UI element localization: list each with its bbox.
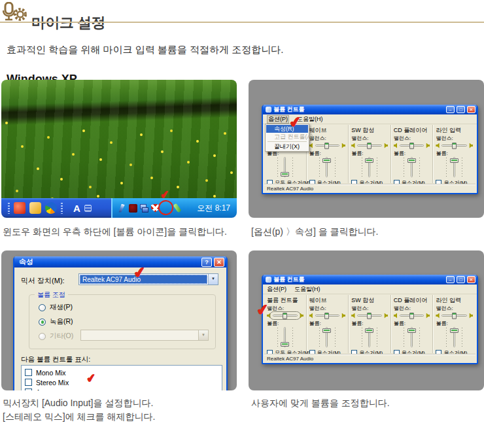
tray-network-icon[interactable] (140, 204, 148, 213)
volume-slider[interactable] (267, 157, 303, 177)
list-item-mono-mix[interactable]: Mono Mix (25, 368, 218, 377)
radio-selected-icon[interactable] (39, 319, 46, 326)
list-item-aux[interactable]: Aux (25, 387, 218, 390)
annotation-circle (158, 200, 173, 215)
menu-options[interactable]: 옵션(P) (267, 115, 289, 124)
screenshot-volume-adjust: 볼륨 컨트롤 – □ ✕ 옵션(P) 도움말(H) 볼륨 컨트롤밸런스:볼륨:모… (249, 250, 484, 390)
volume-slider[interactable] (267, 327, 303, 347)
step-caption-1: 윈도우 화면의 우측 하단에 [볼륨 아이콘]을 클릭합니다. (3, 225, 227, 239)
tray-pen-icon[interactable] (173, 203, 182, 213)
balance-slider-thumb[interactable] (367, 143, 372, 149)
list-item-label: Aux (36, 388, 48, 391)
volume-slider-thumb[interactable] (365, 158, 373, 163)
balance-slider[interactable] (441, 315, 467, 317)
balance-slider[interactable] (357, 145, 382, 146)
balance-slider[interactable] (400, 145, 424, 146)
volume-control-window: 볼륨 컨트롤 – □ ✕ 옵션(P) 도움말(H) 볼륨 컨트롤밸런스:볼륨:모… (262, 105, 478, 194)
balance-slider-thumb[interactable] (409, 313, 414, 319)
balance-slider-thumb[interactable] (367, 313, 372, 319)
balance-slider[interactable] (315, 145, 340, 146)
volume-slider-thumb[interactable] (322, 328, 331, 333)
volume-slider-thumb[interactable] (450, 158, 458, 163)
balance-slider-thumb[interactable] (324, 313, 329, 319)
volume-slider-thumb[interactable] (407, 158, 416, 163)
menu-item-exit[interactable]: 끝내기(X) (266, 143, 308, 150)
menu-help[interactable]: 도움말(H) (294, 285, 320, 294)
speaker-low-icon (351, 313, 356, 319)
language-bar-grip[interactable] (61, 203, 63, 214)
mixer-columns: 볼륨 컨트롤밸런스:볼륨:모두 음소거(M)웨이브밸런스:볼륨:음소거(M)SW… (264, 295, 475, 353)
volume-slider-thumb[interactable] (365, 328, 373, 333)
other-device-select-disabled: ▼ (80, 330, 209, 341)
mixer-device-select[interactable]: Realtek AC97 Audio ▼ (78, 273, 218, 285)
menu-separator (268, 141, 307, 142)
volume-slider[interactable] (309, 327, 346, 347)
volume-slider-thumb[interactable] (281, 342, 289, 347)
channel-label: SW 합성 (351, 296, 388, 305)
language-indicator[interactable]: A (73, 203, 80, 214)
minimize-button[interactable]: – (446, 276, 455, 283)
close-button[interactable]: ✕ (214, 258, 224, 267)
checkbox-icon[interactable] (25, 379, 32, 386)
window-titlebar[interactable]: 볼륨 컨트롤 – □ ✕ (263, 275, 477, 284)
volume-slider[interactable] (394, 327, 430, 347)
volume-slider[interactable] (436, 327, 473, 347)
taskbar-clock[interactable]: 오전 8:17 (197, 203, 233, 214)
volume-slider[interactable] (436, 157, 473, 177)
minimize-button[interactable]: – (446, 106, 455, 113)
help-button[interactable]: ? (201, 258, 212, 267)
media-player-icon[interactable] (45, 202, 57, 214)
quicklaunch-grip[interactable] (8, 203, 10, 214)
volume-slider[interactable] (351, 327, 388, 347)
balance-slider[interactable] (357, 315, 382, 317)
checkbox-icon[interactable] (25, 369, 32, 376)
speaker-high-icon (383, 143, 388, 148)
balance-slider-thumb[interactable] (452, 143, 457, 149)
quicklaunch-icon-1[interactable] (14, 202, 26, 214)
header-divider (0, 22, 484, 23)
volume-label: 볼륨: (394, 150, 430, 156)
volume-slider-thumb[interactable] (407, 328, 416, 333)
volume-label: 볼륨: (309, 320, 346, 326)
close-button[interactable]: ✕ (467, 276, 475, 283)
balance-slider[interactable] (441, 145, 467, 146)
volume-slider-thumb[interactable] (322, 158, 331, 163)
balance-slider-thumb[interactable] (452, 313, 457, 319)
ime-options-icon[interactable] (84, 205, 92, 212)
group-label: 볼륨 조절 (35, 290, 68, 300)
properties-dialog: 속성 ? ✕ 믹서 장치(M): Realtek AC97 Audio ▼ ✔ … (13, 256, 228, 390)
maximize-button[interactable]: □ (457, 106, 465, 113)
menu-options[interactable]: 옵션(P) (267, 285, 286, 294)
maximize-button[interactable]: □ (457, 276, 465, 283)
volume-slider[interactable] (309, 157, 346, 177)
volume-slider-thumb[interactable] (450, 328, 458, 333)
chevron-down-icon[interactable]: ▼ (208, 274, 218, 284)
radio-label: 녹음(R) (50, 317, 73, 326)
quicklaunch-icon-2[interactable] (29, 202, 41, 214)
volume-slider[interactable] (394, 157, 430, 177)
channel-label: 라인 입력 (436, 296, 473, 305)
tray-tool-icon[interactable] (118, 204, 126, 213)
mixer-channel: 볼륨 컨트롤밸런스:볼륨:모두 음소거(M) (264, 295, 307, 353)
volume-slider-thumb[interactable] (281, 172, 289, 177)
radio-label: 기타(O) (50, 332, 73, 341)
balance-slider-thumb[interactable] (283, 313, 287, 319)
volume-slider[interactable] (351, 157, 388, 177)
balance-slider[interactable] (400, 315, 424, 317)
mixer-channel: SW 합성밸런스:볼륨:음소거(M) (349, 125, 391, 183)
balance-slider-thumb[interactable] (324, 143, 329, 149)
balance-slider-thumb[interactable] (409, 143, 414, 149)
close-button[interactable]: ✕ (467, 106, 475, 113)
speaker-low-icon (309, 143, 314, 148)
radio-icon[interactable] (39, 304, 46, 311)
checkbox-icon[interactable] (25, 388, 32, 390)
window-titlebar[interactable]: 볼륨 컨트롤 – □ ✕ (263, 105, 477, 114)
balance-slider[interactable] (315, 315, 340, 317)
dialog-titlebar[interactable]: 속성 ? ✕ (14, 256, 226, 267)
radio-playback[interactable]: 재생(P) (39, 303, 73, 312)
tray-alert-icon[interactable] (129, 204, 137, 213)
volume-label: 볼륨: (351, 150, 388, 156)
list-item-stereo-mix[interactable]: Stereo Mix (25, 377, 218, 387)
balance-slider[interactable] (273, 315, 298, 317)
radio-recording[interactable]: 녹음(R) (39, 317, 73, 326)
